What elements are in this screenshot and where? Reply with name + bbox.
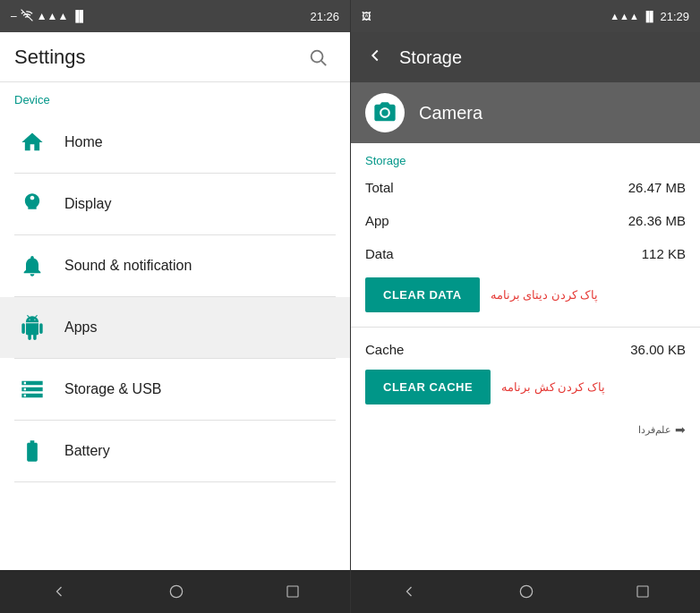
data-value: 112 KB: [642, 246, 686, 261]
storage-section-title: Storage: [351, 143, 700, 171]
status-icons-right: 🖼: [362, 11, 371, 21]
notification-icon: –: [11, 10, 17, 22]
cache-row: Cache 36.00 KB: [351, 331, 700, 362]
nav-home-right[interactable]: [517, 583, 535, 600]
status-bar-left: – ▲▲▲ ▐▌ 21:26: [0, 0, 350, 32]
app-label: App: [365, 213, 389, 228]
storage-content: Storage Total 26.47 MB App 26.36 MB Data…: [351, 143, 700, 570]
watermark-text: علم‌فردا: [638, 424, 671, 436]
total-row: Total 26.47 MB: [351, 171, 700, 204]
right-panel: 🖼 ▲▲▲ ▐▌ 21:29 Storage C: [350, 0, 700, 613]
settings-item-sound[interactable]: Sound & notification: [0, 235, 350, 296]
total-label: Total: [365, 180, 394, 195]
apps-label: Apps: [64, 319, 97, 336]
status-bar-right: 🖼 ▲▲▲ ▐▌ 21:29: [351, 0, 700, 32]
left-panel: – ▲▲▲ ▐▌ 21:26 Settings Device Home: [0, 0, 350, 613]
home-label: Home: [64, 134, 103, 150]
svg-point-0: [312, 50, 323, 62]
svg-point-4: [520, 585, 532, 597]
settings-item-battery[interactable]: Battery: [0, 421, 350, 481]
svg-line-1: [321, 61, 326, 65]
android-icon: [14, 310, 50, 345]
camera-icon-circle: [365, 93, 405, 132]
nav-recents-left[interactable]: [285, 583, 301, 600]
cache-value: 36.00 KB: [630, 342, 686, 357]
clear-data-area: CLEAR DATA پاک کردن دیتای برنامه: [351, 270, 700, 323]
clear-data-annotation: پاک کردن دیتای برنامه: [491, 288, 599, 302]
image-icon: 🖼: [362, 11, 371, 21]
svg-point-2: [170, 585, 182, 597]
battery-icon-right: ▐▌: [643, 11, 657, 21]
app-row: App 26.36 MB: [351, 204, 700, 237]
wifi-icon-left: ▲▲▲: [37, 10, 69, 22]
data-row: Data 112 KB: [351, 237, 700, 270]
nav-home-left[interactable]: [167, 583, 185, 600]
nav-bar-left: [0, 570, 350, 613]
storage-page-title: Storage: [399, 47, 462, 68]
nav-back-left[interactable]: [50, 583, 68, 600]
svg-rect-3: [287, 586, 298, 597]
svg-rect-5: [637, 586, 648, 597]
settings-item-home[interactable]: Home: [0, 112, 350, 173]
app-value: 26.36 MB: [628, 213, 686, 228]
display-icon: [14, 186, 50, 222]
clear-cache-button[interactable]: CLEAR CACHE: [365, 370, 491, 404]
right-status-right: ▲▲▲ ▐▌ 21:29: [610, 10, 689, 23]
time-right: 21:29: [660, 10, 689, 23]
settings-list: Device Home Display Sound & notification: [0, 82, 350, 570]
nav-recents-right[interactable]: [635, 583, 651, 600]
settings-item-storage[interactable]: Storage & USB: [0, 359, 350, 420]
divider-battery: [14, 481, 336, 482]
app-bar-right: Storage: [351, 32, 700, 82]
nav-bar-right: [351, 570, 700, 613]
data-label: Data: [365, 246, 394, 261]
nav-back-right[interactable]: [400, 583, 418, 600]
time-left: 21:26: [310, 10, 339, 23]
sound-label: Sound & notification: [64, 258, 192, 274]
battery-icon: [14, 433, 50, 469]
wifi-icon-right: ▲▲▲: [610, 11, 639, 21]
signal-icon: [21, 9, 33, 24]
clear-data-button[interactable]: CLEAR DATA: [365, 277, 480, 312]
storage-label: Storage & USB: [64, 381, 162, 397]
page-title-left: Settings: [14, 46, 86, 69]
app-bar-left: Settings: [0, 32, 350, 82]
search-button[interactable]: [300, 39, 336, 75]
settings-item-display[interactable]: Display: [0, 174, 350, 234]
back-button-right[interactable]: [365, 46, 385, 69]
camera-app-name: Camera: [419, 103, 482, 123]
bell-icon: [14, 248, 50, 284]
display-label: Display: [64, 196, 111, 212]
storage-icon: [14, 371, 50, 407]
device-section-header: Device: [0, 82, 350, 112]
camera-header: Camera: [351, 82, 700, 143]
arrow-icon: ➡: [675, 422, 686, 437]
clear-cache-annotation: پاک کردن کش برنامه: [501, 380, 605, 394]
total-value: 26.47 MB: [628, 180, 686, 195]
home-icon: [14, 124, 50, 160]
settings-item-apps[interactable]: Apps: [0, 297, 350, 358]
cache-label: Cache: [365, 342, 404, 357]
clear-cache-area: CLEAR CACHE پاک کردن کش برنامه: [351, 362, 700, 415]
battery-icon-left: ▐▌: [72, 10, 87, 22]
battery-label: Battery: [64, 443, 110, 459]
status-icons-left: – ▲▲▲ ▐▌: [11, 9, 87, 24]
divider-cache: [351, 327, 700, 328]
